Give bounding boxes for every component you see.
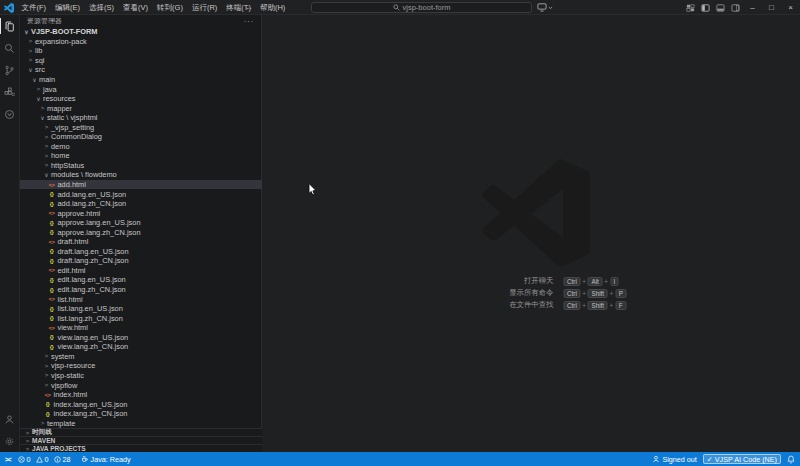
settings-gear-icon[interactable] (0, 430, 20, 452)
ai-code-status[interactable]: ✓ VJSP AI Code (NE) (703, 454, 781, 464)
menu-item[interactable]: 查看(V) (119, 0, 153, 15)
tree-item[interactable]: {}add.lang.zh_CN.json (20, 199, 262, 209)
tree-item[interactable]: >vjsp-static (20, 371, 262, 381)
menu-item[interactable]: 选择(S) (85, 0, 119, 15)
tree-item[interactable]: >mapper (20, 103, 262, 113)
json-file-icon: {} (47, 229, 56, 235)
tree-item[interactable]: <>draft.html (20, 237, 262, 247)
tree-item[interactable]: {}draft.lang.en_US.json (20, 247, 262, 257)
json-file-icon: {} (47, 258, 56, 264)
tree-item[interactable]: >home (20, 151, 262, 161)
search-sidebar-icon[interactable] (0, 37, 20, 59)
customize-layout-icon[interactable] (686, 4, 695, 12)
tree-item[interactable]: ∨src (20, 65, 262, 75)
tree-item[interactable]: ∨static \ vjsphtml (20, 113, 262, 123)
nav-forward-icon[interactable]: → (260, 3, 268, 12)
vjsp-extension-icon[interactable] (0, 103, 20, 125)
minimize-button[interactable]: – (743, 0, 762, 15)
tree-item[interactable]: {}draft.lang.zh_CN.json (20, 256, 262, 266)
tree-item-label: approve.lang.zh_CN.json (58, 228, 141, 237)
tree-item[interactable]: ∨resources (20, 94, 262, 104)
command-center[interactable]: vjsp-boot-form (311, 2, 532, 13)
tree-item[interactable]: {}list.lang.en_US.json (20, 304, 262, 314)
tree-item-label: modules \ flowdemo (51, 170, 117, 179)
toggle-secondary-sidebar-icon[interactable] (731, 4, 740, 12)
warning-count: 0 (45, 455, 49, 464)
more-actions-icon[interactable]: ··· (244, 18, 254, 25)
java-status[interactable]: Java: Ready (81, 455, 131, 464)
tree-item[interactable]: >template (20, 418, 262, 428)
tree-item[interactable]: {}view.lang.en_US.json (20, 333, 262, 343)
account-icon[interactable] (0, 408, 20, 430)
restore-button[interactable]: □ (762, 0, 781, 15)
tree-item[interactable]: <>approve.html (20, 208, 262, 218)
tree-item[interactable]: {}approve.lang.zh_CN.json (20, 227, 262, 237)
notifications-bell-icon[interactable] (787, 455, 795, 464)
tree-item[interactable]: >httpStatus (20, 161, 262, 171)
source-control-icon[interactable] (0, 59, 20, 81)
menu-item[interactable]: 文件(F) (17, 0, 51, 15)
menu-item[interactable]: 运行(R) (187, 0, 221, 15)
tree-item[interactable]: {}index.lang.zh_CN.json (20, 409, 262, 419)
tree-item-label: add.lang.en_US.json (58, 190, 127, 199)
problems-status[interactable]: 0 0 28 (18, 455, 74, 464)
chevron-right-icon: > (43, 124, 50, 130)
toggle-panel-icon[interactable] (716, 4, 725, 12)
tree-item[interactable]: <>list.html (20, 294, 262, 304)
signed-out-status[interactable]: Signed out (652, 455, 696, 464)
tree-item[interactable]: ∨main (20, 75, 262, 85)
tree-item[interactable]: >sql (20, 56, 262, 66)
signed-out-text: Signed out (662, 455, 696, 464)
menu-item[interactable]: 编辑(E) (51, 0, 85, 15)
monitor-icon (537, 3, 547, 12)
extensions-icon[interactable] (0, 81, 20, 103)
tree-item[interactable]: {}index.lang.en_US.json (20, 399, 262, 409)
menu-item[interactable]: 转到(G) (153, 0, 188, 15)
tree-item[interactable]: ∨VJSP-BOOT-FORM (20, 27, 262, 37)
tree-item-label: httpStatus (51, 161, 84, 170)
file-tree: ∨VJSP-BOOT-FORM>expansion-pack>lib>sql∨s… (20, 27, 262, 428)
chevron-right-icon: > (27, 38, 34, 44)
tree-item[interactable]: {}approve.lang.en_US.json (20, 218, 262, 228)
tree-item[interactable]: {}view.lang.zh_CN.json (20, 342, 262, 352)
tree-item[interactable]: >demo (20, 142, 262, 152)
tree-item[interactable]: {}list.lang.zh_CN.json (20, 313, 262, 323)
tree-item[interactable]: {}edit.lang.en_US.json (20, 275, 262, 285)
tree-item[interactable]: >lib (20, 46, 262, 56)
tree-item[interactable]: >vjsp-resource (20, 361, 262, 371)
tree-item[interactable]: <>index.html (20, 390, 262, 400)
nav-back-icon[interactable]: ← (245, 3, 253, 12)
explorer-section-header[interactable]: >JAVA PROJECTS (20, 444, 262, 452)
tree-item[interactable]: {}add.lang.en_US.json (20, 189, 262, 199)
chevron-right-icon: > (43, 134, 50, 140)
tree-item[interactable]: >_vjsp_setting (20, 122, 262, 132)
tree-item[interactable]: >system (20, 352, 262, 362)
editor-area[interactable]: 打开聊天Ctrl+Alt+I显示所有命令Ctrl+Shift+P在文件中查找Ct… (262, 15, 800, 452)
tree-item-label: template (47, 419, 75, 428)
tree-item[interactable]: >vjspflow (20, 380, 262, 390)
html-file-icon: <> (47, 239, 56, 245)
explorer-section-header[interactable]: >时间线 (20, 428, 262, 436)
tree-item[interactable]: <>view.html (20, 323, 262, 333)
chevron-right-icon: > (24, 430, 31, 436)
tree-item[interactable]: >java (20, 84, 262, 94)
tree-item[interactable]: <>add.html (20, 180, 262, 190)
tree-item-label: _vjsp_setting (51, 123, 94, 132)
chevron-right-icon: > (27, 57, 34, 63)
remote-indicator[interactable]: >< (5, 456, 11, 463)
explorer-section-header[interactable]: >MAVEN (20, 436, 262, 444)
explorer-icon[interactable] (0, 15, 20, 37)
tree-item-label: system (51, 352, 74, 361)
tree-item[interactable]: {}edit.lang.zh_CN.json (20, 285, 262, 295)
open-preview-button[interactable] (537, 1, 553, 14)
toggle-sidebar-icon[interactable] (701, 4, 710, 12)
chevron-down-icon: ∨ (35, 95, 42, 102)
json-file-icon: {} (47, 306, 56, 312)
tree-item[interactable]: <>edit.html (20, 266, 262, 276)
shortcut-label: 显示所有命令 (436, 288, 554, 298)
close-button[interactable]: × (781, 0, 800, 15)
tree-item[interactable]: >expansion-pack (20, 37, 262, 47)
chevron-down-icon: ∨ (39, 114, 46, 121)
tree-item[interactable]: >CommonDialog (20, 132, 262, 142)
tree-item[interactable]: ∨modules \ flowdemo (20, 170, 262, 180)
